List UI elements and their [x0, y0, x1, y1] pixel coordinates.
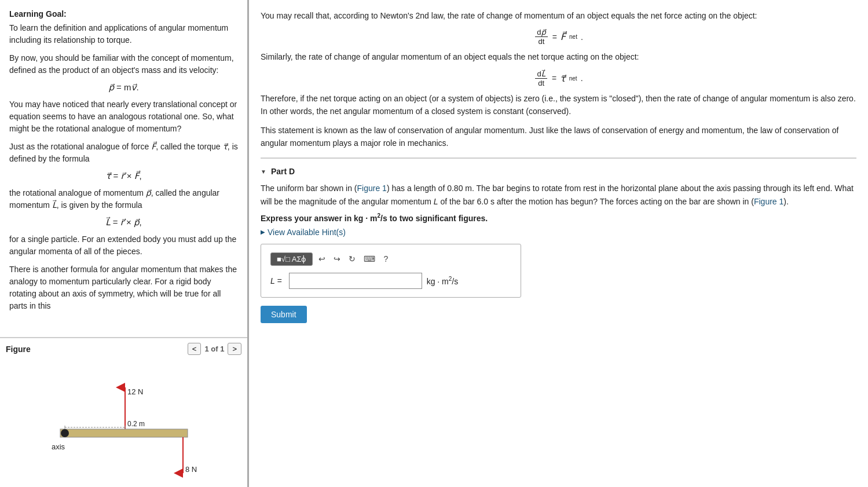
momentum-intro: By now, you should be familiar with the …	[9, 52, 238, 76]
learning-goal-text: To learn the definition and applications…	[9, 22, 238, 46]
extended-body-text: for a single particle. For an extended b…	[9, 233, 238, 258]
redo-button[interactable]: ↪	[331, 253, 343, 265]
input-row: L = kg · m2/s	[270, 273, 511, 289]
part-d-label: Part D	[271, 167, 295, 176]
toolbar-row: ■√□ ΑΣϕ ↩ ↪ ↻ ⌨ ?	[270, 252, 511, 266]
figure-link-2[interactable]: Figure 1	[754, 197, 783, 206]
torque-formula: τ⃗ = r⃗ × F⃗,	[9, 171, 238, 181]
l-label: L =	[270, 276, 282, 285]
view-hints-label: View Available Hint(s)	[268, 228, 346, 237]
conservation-name-text: This statement is known as the law of co…	[261, 124, 856, 150]
svg-text:12 N: 12 N	[127, 387, 143, 396]
submit-button[interactable]: Submit	[261, 306, 307, 323]
figure-section: Figure < 1 of 1 > axis 12 N 0.2 m	[0, 337, 247, 487]
figure-link-1[interactable]: Figure 1	[357, 184, 387, 193]
angular-momentum-intro: the rotational analogue of momentum p⃗, …	[9, 187, 238, 211]
left-panel: Learning Goal: To learn the definition a…	[0, 0, 249, 487]
angular-momentum-formula: L⃗ = r⃗ × p⃗,	[9, 217, 238, 228]
help-button[interactable]: ?	[381, 253, 390, 265]
figure-label: Figure	[6, 345, 31, 354]
right-panel: You may recall that, according to Newton…	[249, 0, 868, 487]
torque-intro: Just as the rotational analogue of force…	[9, 141, 238, 165]
newton-law-text: You may recall that, according to Newton…	[261, 9, 856, 22]
part-d-question: The uniform bar shown in (Figure 1) has …	[261, 182, 856, 208]
figure-nav: < 1 of 1 >	[188, 343, 241, 355]
answer-input[interactable]	[289, 273, 422, 289]
units-label: kg · m2/s	[427, 276, 459, 286]
momentum-formula: p⃗ = mv⃗.	[9, 82, 238, 93]
undo-button[interactable]: ↩	[316, 253, 328, 265]
newton-formula: dp⃗dt = F⃗net .	[261, 28, 856, 46]
figure-nav-text: 1 of 1	[204, 345, 224, 353]
view-hints[interactable]: ▶ View Available Hint(s)	[261, 228, 856, 237]
part-d-triangle: ▼	[261, 169, 266, 175]
figure-header: Figure < 1 of 1 >	[0, 338, 247, 360]
learning-goal-title: Learning Goal:	[9, 9, 238, 19]
special-toolbar-button[interactable]: ■√□ ΑΣϕ	[270, 252, 313, 266]
part-d-header: ▼ Part D	[261, 167, 856, 176]
separator	[261, 158, 856, 159]
figure-next-button[interactable]: >	[228, 343, 241, 355]
figure-diagram: axis 12 N 0.2 m 8 N	[0, 360, 247, 487]
svg-text:0.2 m: 0.2 m	[127, 420, 145, 428]
svg-rect-0	[60, 429, 188, 437]
diagram-svg: axis 12 N 0.2 m 8 N	[25, 365, 222, 481]
conservation-text: Therefore, if the net torque acting on a…	[261, 92, 856, 118]
another-formula-text: There is another formula for angular mom…	[9, 263, 238, 312]
hints-triangle: ▶	[261, 229, 265, 235]
keyboard-button[interactable]: ⌨	[361, 253, 378, 265]
angular-law-text: Similarly, the rate of change of angular…	[261, 50, 856, 63]
refresh-button[interactable]: ↻	[346, 253, 358, 265]
svg-point-1	[61, 429, 69, 437]
translational-text: You may have noticed that nearly every t…	[9, 98, 238, 135]
express-line: Express your answer in kg · m2/s to two …	[261, 213, 856, 223]
axis-label: axis	[52, 442, 65, 451]
svg-text:8 N: 8 N	[185, 465, 197, 474]
figure-prev-button[interactable]: <	[188, 343, 202, 355]
answer-box: ■√□ ΑΣϕ ↩ ↪ ↻ ⌨ ? L = kg · m2/s	[261, 244, 521, 298]
angular-formula: dL⃗dt = τ⃗net .	[261, 69, 856, 87]
